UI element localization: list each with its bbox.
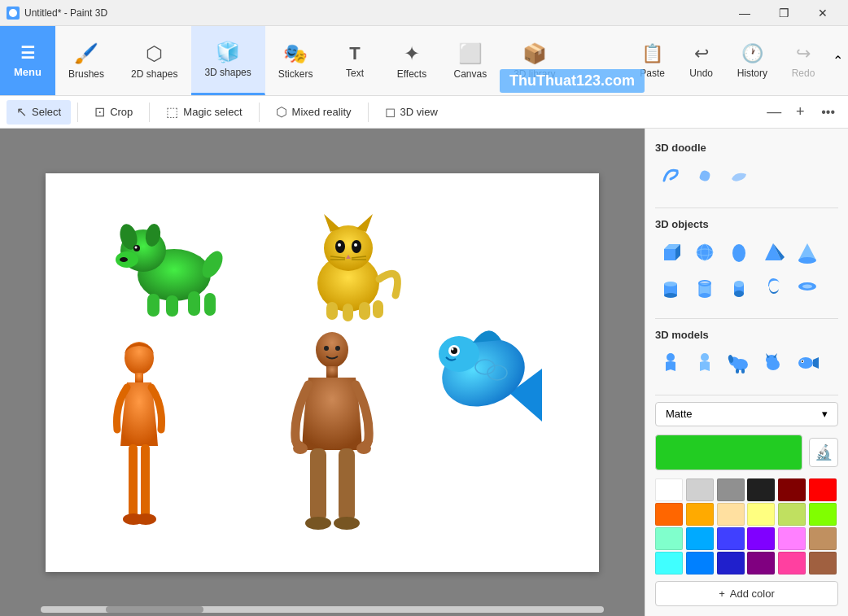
tab-brushes-label: Brushes: [68, 68, 104, 80]
model-person-2[interactable]: [689, 347, 720, 378]
color-swatch[interactable]: [809, 527, 837, 550]
material-dropdown[interactable]: Matte ▾: [655, 402, 838, 427]
color-swatch[interactable]: [747, 527, 775, 550]
models-shape-grid: [655, 347, 838, 378]
object-cat[interactable]: [290, 206, 408, 324]
color-swatch[interactable]: [778, 527, 806, 550]
redo-button[interactable]: ↪ Redo: [779, 26, 828, 95]
model-person-1[interactable]: [655, 347, 686, 378]
color-swatch[interactable]: [778, 503, 806, 526]
color-swatch[interactable]: [655, 552, 683, 574]
scrollbar-thumb[interactable]: [106, 606, 203, 613]
shape-ring[interactable]: [792, 271, 823, 302]
doodle-shape-1[interactable]: [655, 160, 686, 191]
color-palette: [655, 478, 838, 574]
minimize-button[interactable]: —: [726, 0, 763, 26]
shape-cube[interactable]: [655, 237, 686, 268]
crop-tool[interactable]: ⊡ Crop: [85, 100, 142, 125]
mixed-reality-tool[interactable]: ⬡ Mixed reality: [266, 100, 361, 125]
svg-rect-80: [741, 369, 745, 374]
history-label: History: [737, 68, 767, 79]
horizontal-scrollbar[interactable]: [41, 606, 604, 613]
menu-button[interactable]: ☰ Menu: [0, 26, 55, 95]
zoom-in-button[interactable]: +: [789, 101, 811, 124]
select-tool[interactable]: ↖ Select: [7, 100, 71, 125]
color-swatch[interactable]: [809, 478, 837, 501]
redo-icon: ↪: [796, 43, 811, 64]
shape-capsule[interactable]: [723, 271, 754, 302]
svg-rect-21: [373, 300, 383, 318]
shape-cylinder[interactable]: [655, 271, 686, 302]
object-woman[interactable]: [111, 340, 168, 527]
3dview-tool[interactable]: ◻ 3D view: [375, 100, 448, 125]
color-swatch[interactable]: [809, 552, 837, 574]
svg-point-68: [699, 293, 710, 298]
object-man[interactable]: [286, 332, 379, 531]
shape-tube[interactable]: [689, 271, 720, 302]
add-color-button[interactable]: + Add color: [655, 581, 838, 606]
color-swatch[interactable]: [686, 552, 714, 574]
svg-point-24: [338, 243, 341, 247]
color-swatch[interactable]: [686, 527, 714, 550]
shape-sphere[interactable]: [689, 237, 720, 268]
object-dog[interactable]: [111, 206, 237, 320]
color-swatch[interactable]: [747, 478, 775, 501]
active-color-swatch[interactable]: [655, 435, 802, 470]
shape-cone[interactable]: [792, 237, 823, 268]
svg-rect-54: [664, 249, 675, 260]
color-swatch[interactable]: [686, 503, 714, 526]
svg-rect-7: [166, 295, 178, 317]
eyedropper-button[interactable]: 🔬: [809, 438, 838, 467]
tab-effects-label: Effects: [397, 68, 426, 80]
svg-point-13: [120, 257, 128, 262]
tab-effects[interactable]: ✦ Effects: [383, 26, 440, 95]
color-swatch[interactable]: [655, 503, 683, 526]
model-dog[interactable]: [723, 347, 754, 378]
tab-3dlibrary[interactable]: 📦 3D library: [500, 26, 569, 95]
toolbar-divider-2: [149, 103, 150, 122]
color-swatch[interactable]: [778, 552, 806, 574]
more-options-button[interactable]: •••: [815, 102, 841, 123]
tab-brushes[interactable]: 🖌️ Brushes: [55, 26, 118, 95]
svg-point-73: [802, 284, 812, 288]
color-swatch[interactable]: [778, 478, 806, 501]
eyedropper-icon: 🔬: [815, 443, 833, 461]
color-swatch[interactable]: [717, 552, 745, 574]
objects-shape-grid: [655, 237, 838, 302]
color-swatch[interactable]: [655, 478, 683, 501]
svg-point-12: [135, 246, 138, 248]
model-cat[interactable]: [758, 347, 789, 378]
zoom-out-button[interactable]: —: [763, 101, 785, 124]
model-fish[interactable]: [792, 347, 823, 378]
color-swatch[interactable]: [655, 527, 683, 550]
tab-canvas[interactable]: ⬜ Canvas: [440, 26, 500, 95]
undo-button[interactable]: ↩ Undo: [677, 26, 726, 95]
close-button[interactable]: ✕: [804, 0, 841, 26]
ribbon-collapse-button[interactable]: ⌃: [828, 26, 848, 95]
object-fish[interactable]: [436, 295, 554, 426]
tab-text[interactable]: T Text: [326, 26, 383, 95]
history-button[interactable]: 🕐 History: [726, 26, 779, 95]
magic-select-tool[interactable]: ⬚ Magic select: [156, 100, 251, 125]
color-swatch[interactable]: [747, 552, 775, 574]
shape-egg[interactable]: [723, 237, 754, 268]
maximize-button[interactable]: ❐: [765, 0, 802, 26]
tab-3dshapes[interactable]: 🧊 3D shapes: [191, 26, 264, 95]
drawing-canvas[interactable]: [46, 173, 599, 572]
shape-torus-blob[interactable]: [758, 271, 789, 302]
color-swatch[interactable]: [717, 478, 745, 501]
canvas-area[interactable]: [0, 129, 645, 616]
doodle-shape-3[interactable]: [723, 160, 754, 191]
color-swatch[interactable]: [686, 478, 714, 501]
shape-pyramid[interactable]: [758, 237, 789, 268]
color-swatch[interactable]: [809, 503, 837, 526]
tab-stickers[interactable]: 🎭 Stickers: [265, 26, 327, 95]
svg-rect-40: [129, 444, 138, 518]
paste-button[interactable]: 📋 Paste: [628, 26, 677, 95]
crop-icon: ⊡: [94, 104, 105, 120]
color-swatch[interactable]: [717, 503, 745, 526]
color-swatch[interactable]: [747, 503, 775, 526]
tab-2dshapes[interactable]: ⬡ 2D shapes: [118, 26, 191, 95]
doodle-shape-2[interactable]: [689, 160, 720, 191]
color-swatch[interactable]: [717, 527, 745, 550]
